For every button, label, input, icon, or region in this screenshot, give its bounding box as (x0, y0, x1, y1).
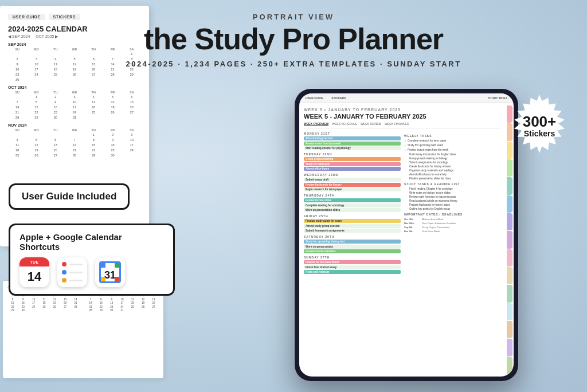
sidebar-tab-9[interactable] (507, 249, 512, 266)
sidebar-tab-2[interactable] (507, 123, 512, 140)
apple-google-badge: Apple + Google Calendar Shortcuts TUE 14 (9, 224, 175, 296)
sidebar-tab-15[interactable] (507, 357, 512, 374)
tab-week-review[interactable]: WEEK REVIEW (361, 122, 381, 126)
sidebar-tab-11[interactable] (507, 285, 512, 302)
right-tasks-col: WEEKLY TASKS ✓Complete research for term… (404, 132, 501, 276)
tablet-body: USER GUIDE STICKERS STUDY INDEX WEEK 5 •… (295, 89, 518, 381)
main-title: the Study Pro Planner (0, 23, 587, 55)
tab-week-finances[interactable]: WEEK FINANCES (385, 122, 409, 126)
nov-2024-block: NOV 2024 SUMOTUWETHFRSA 123 45678910 111… (8, 123, 141, 158)
stickers-count: 300+ (523, 114, 557, 129)
sidebar-tab-3[interactable] (507, 142, 512, 159)
nav-stickers[interactable]: STICKERS (328, 95, 349, 101)
planner-content: WEEK 5 • JANUARY TO FEBRUARY 2025 WEEK 5… (299, 103, 514, 377)
apple-calendar-icon: TUE 14 (19, 257, 49, 287)
apple-google-title: Apple + Google Calendar Shortcuts (19, 232, 164, 252)
sidebar-tab-10[interactable] (507, 267, 512, 284)
reminders-icon (57, 257, 87, 287)
sidebar-tab-4[interactable] (507, 159, 512, 177)
daily-tasks-col: MONDAY 21ST Attend biology lecture Revie… (304, 132, 401, 276)
tab-week-schedule[interactable]: WEEK SCHEDULE (332, 122, 357, 126)
sidebar-tab-7[interactable] (507, 213, 512, 230)
stickers-label: Stickers (524, 129, 555, 139)
planner-sidebar (506, 103, 514, 377)
tab-week-overview[interactable]: WEEK OVERVIEW (304, 122, 328, 126)
apple-cal-day: TUE (19, 257, 49, 266)
planner-top-nav: USER GUIDE STICKERS STUDY INDEX (299, 93, 514, 103)
planner-two-col: MONDAY 21ST Attend biology lecture Revie… (304, 132, 501, 276)
apple-cal-date: 14 (19, 266, 49, 287)
sidebar-tab-1[interactable] (507, 105, 512, 123)
header: PORTRAIT VIEW the Study Pro Planner 2024… (0, 0, 587, 68)
subtitle-row: 2024-2025 · 1,234 PAGES · 250+ EXTRA TEM… (0, 60, 587, 68)
app-icons-row: TUE 14 31 (19, 257, 164, 287)
sidebar-tab-5[interactable] (507, 177, 512, 194)
google-calendar-icon: 31 (95, 257, 125, 287)
planner-main: WEEK 5 • JANUARY TO FEBRUARY 2025 WEEK 5… (299, 103, 506, 377)
oct-2024-block: OCT 2024 SUMOTUWETHFRSA 123456 789101112… (8, 85, 141, 120)
user-guide-badge: User Guide Included (9, 183, 130, 210)
nav-study-index[interactable]: STUDY INDEX (485, 95, 510, 101)
sidebar-tab-12[interactable] (507, 303, 512, 320)
sidebar-tab-8[interactable] (507, 231, 512, 248)
sidebar-tab-6[interactable] (507, 195, 512, 213)
sidebar-tab-13[interactable] (507, 321, 512, 338)
sidebar-tab-14[interactable] (507, 339, 512, 356)
nav-user-guide[interactable]: USER GUIDE (303, 95, 326, 101)
tablet: USER GUIDE STICKERS STUDY INDEX WEEK 5 •… (295, 89, 518, 381)
tablet-screen: USER GUIDE STICKERS STUDY INDEX WEEK 5 •… (299, 93, 514, 377)
planner-date-title: WEEK 5 - JANUARY TO FEBRUARY 2025 (304, 113, 501, 120)
portrait-view-label: PORTRAIT VIEW (0, 13, 587, 21)
planner-tabs: WEEK OVERVIEW WEEK SCHEDULE WEEK REVIEW … (304, 122, 501, 128)
week-label: WEEK 5 • JANUARY TO FEBRUARY 2025 (304, 108, 501, 112)
